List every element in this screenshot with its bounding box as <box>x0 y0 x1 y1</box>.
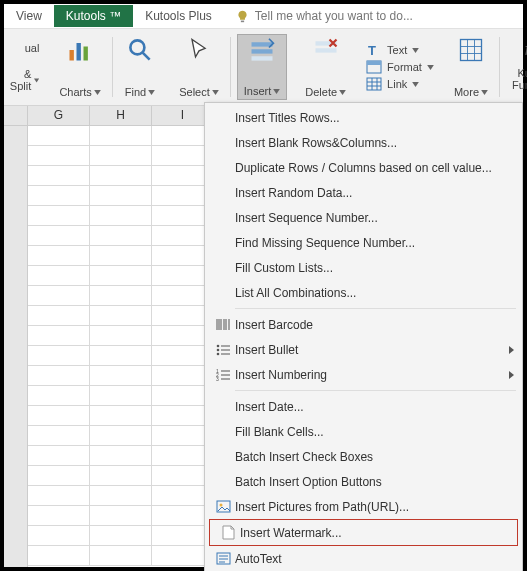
link-button[interactable]: Link <box>366 77 434 91</box>
more-button[interactable]: More <box>448 34 494 100</box>
menu-insert-numbering[interactable]: 123Insert Numbering <box>205 362 522 387</box>
cell[interactable] <box>90 426 152 446</box>
menu-insert-blank-rows-cols[interactable]: Insert Blank Rows&Columns... <box>205 130 522 155</box>
cell[interactable] <box>90 166 152 186</box>
cell[interactable] <box>28 206 90 226</box>
menu-batch-check-boxes[interactable]: Batch Insert Check Boxes <box>205 444 522 469</box>
cell[interactable] <box>90 406 152 426</box>
svg-rect-0 <box>241 20 244 22</box>
tab-view[interactable]: View <box>4 5 54 27</box>
chevron-down-icon <box>34 78 39 83</box>
menu-insert-random-data[interactable]: Insert Random Data... <box>205 180 522 205</box>
cell[interactable] <box>90 506 152 526</box>
menu-fill-blank-cells[interactable]: Fill Blank Cells... <box>205 419 522 444</box>
cell[interactable] <box>90 526 152 546</box>
menu-batch-option-buttons[interactable]: Batch Insert Option Buttons <box>205 469 522 494</box>
cell[interactable] <box>28 386 90 406</box>
cell[interactable] <box>28 546 90 566</box>
select-all-corner[interactable] <box>4 106 28 125</box>
cell[interactable] <box>90 486 152 506</box>
cell[interactable] <box>90 466 152 486</box>
cell[interactable] <box>28 146 90 166</box>
tab-kutools[interactable]: Kutools ™ <box>54 5 133 27</box>
menu-insert-date[interactable]: Insert Date... <box>205 394 522 419</box>
cell[interactable] <box>28 466 90 486</box>
chevron-down-icon <box>427 65 434 70</box>
col-header[interactable]: H <box>90 106 152 125</box>
cell[interactable] <box>90 186 152 206</box>
chevron-down-icon <box>94 90 101 95</box>
menu-insert-barcode[interactable]: Insert Barcode <box>205 312 522 337</box>
barcode-icon <box>216 318 231 331</box>
cell[interactable] <box>90 266 152 286</box>
cell[interactable] <box>28 506 90 526</box>
format-button[interactable]: Format <box>366 60 434 74</box>
cell[interactable] <box>90 326 152 346</box>
tell-me-box[interactable]: Tell me what you want to do... <box>236 9 413 23</box>
cell[interactable] <box>90 546 152 566</box>
cell[interactable] <box>28 366 90 386</box>
cell[interactable] <box>90 286 152 306</box>
cell[interactable] <box>90 446 152 466</box>
select-button[interactable]: Select <box>173 34 225 100</box>
menu-list-all-combinations[interactable]: List All Combinations... <box>205 280 522 305</box>
text-button[interactable]: T Text <box>366 43 434 57</box>
cell[interactable] <box>90 146 152 166</box>
cell[interactable] <box>28 486 90 506</box>
cell[interactable] <box>28 426 90 446</box>
menu-insert-bullet[interactable]: Insert Bullet <box>205 337 522 362</box>
cell[interactable] <box>28 526 90 546</box>
svg-rect-2 <box>77 43 81 61</box>
cell[interactable] <box>90 226 152 246</box>
link-icon <box>366 77 382 91</box>
menu-find-missing-sequence[interactable]: Find Missing Sequence Number... <box>205 230 522 255</box>
menu-autotext[interactable]: AutoText <box>205 546 522 571</box>
cell[interactable] <box>28 266 90 286</box>
charts-button[interactable]: Charts <box>53 34 106 100</box>
ribbon-tabs: View Kutools ™ Kutools Plus Tell me what… <box>4 4 523 28</box>
cell[interactable] <box>28 406 90 426</box>
svg-point-4 <box>130 40 144 54</box>
delete-button[interactable]: Delete <box>299 34 352 100</box>
insert-button[interactable]: Insert <box>237 34 288 100</box>
svg-point-45 <box>219 504 222 507</box>
cell[interactable] <box>90 386 152 406</box>
svg-text:T: T <box>368 43 376 57</box>
chevron-down-icon <box>481 90 488 95</box>
col-header[interactable]: G <box>28 106 90 125</box>
text-icon: T <box>366 43 382 57</box>
cell[interactable] <box>90 366 152 386</box>
menu-insert-pictures-url[interactable]: Insert Pictures from Path(URL)... <box>205 494 522 519</box>
cell[interactable] <box>90 126 152 146</box>
svg-rect-8 <box>252 56 273 60</box>
cell[interactable] <box>28 166 90 186</box>
menu-insert-watermark[interactable]: Insert Watermark... <box>210 520 517 545</box>
cell[interactable] <box>90 306 152 326</box>
cell[interactable] <box>28 306 90 326</box>
menu-fill-custom-lists[interactable]: Fill Custom Lists... <box>205 255 522 280</box>
cell[interactable] <box>28 246 90 266</box>
find-button[interactable]: Find <box>119 34 161 100</box>
submenu-arrow-icon <box>509 346 514 354</box>
cell[interactable] <box>28 446 90 466</box>
cell[interactable] <box>28 186 90 206</box>
chevron-down-icon <box>148 90 155 95</box>
ribbon: ual & Split Charts Find Select Insert <box>4 28 523 106</box>
cell[interactable] <box>90 206 152 226</box>
fx-icon: fx <box>522 36 527 64</box>
cell[interactable] <box>28 126 90 146</box>
cell[interactable] <box>28 286 90 306</box>
cell[interactable] <box>90 346 152 366</box>
chevron-down-icon <box>273 89 280 94</box>
cell[interactable] <box>28 226 90 246</box>
row-headers <box>4 126 28 567</box>
bullet-list-icon <box>216 343 231 356</box>
menu-duplicate-rows-cols[interactable]: Duplicate Rows / Columns based on cell v… <box>205 155 522 180</box>
cell[interactable] <box>28 346 90 366</box>
menu-insert-sequence-number[interactable]: Insert Sequence Number... <box>205 205 522 230</box>
tab-kutools-plus[interactable]: Kutools Plus <box>133 5 224 27</box>
functions-button[interactable]: fx Kutools Functions <box>506 34 527 100</box>
menu-insert-titles-rows[interactable]: Insert Titles Rows... <box>205 105 522 130</box>
cell[interactable] <box>28 326 90 346</box>
cell[interactable] <box>90 246 152 266</box>
